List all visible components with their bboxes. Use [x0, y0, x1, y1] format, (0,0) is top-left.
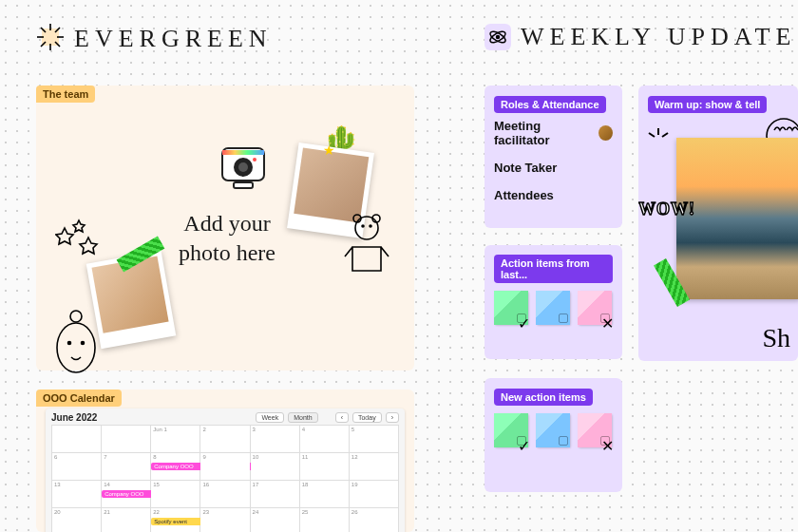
svg-point-19: [370, 225, 371, 227]
action-last-panel[interactable]: Action items from last... ✓ ✕: [484, 245, 622, 359]
svg-point-15: [355, 217, 378, 239]
svg-point-12: [238, 162, 248, 172]
sticky-note[interactable]: ✓: [494, 413, 528, 447]
sticky-row: ✓ ✕: [494, 413, 613, 447]
svg-line-29: [662, 133, 668, 137]
facilitator-row: Meeting facilitator: [494, 119, 613, 147]
ooo-tag: OOO Calendar: [36, 390, 122, 407]
view-week[interactable]: Week: [256, 412, 284, 423]
team-tag: The team: [36, 86, 95, 103]
cal-prev[interactable]: ‹: [335, 412, 349, 423]
view-month[interactable]: Month: [288, 412, 317, 423]
x-icon: ✕: [600, 314, 610, 323]
rays-doodle: [644, 124, 673, 156]
new-action-panel[interactable]: New action items ✓ ✕: [484, 378, 622, 492]
svg-line-28: [649, 133, 655, 137]
x-icon: ✕: [600, 436, 610, 446]
calendar-grid[interactable]: Jun 12345 678 Company OOO 9101112 1314 C…: [51, 425, 399, 532]
svg-rect-10: [222, 150, 264, 155]
sticky-note[interactable]: ✕: [578, 291, 612, 325]
sticky-note[interactable]: [536, 413, 570, 447]
weekly-title: WEEKLY UPDATE: [521, 23, 796, 51]
sparkle-icon: [36, 23, 65, 55]
avatar: [598, 125, 613, 141]
share-text: Sh: [762, 323, 790, 353]
check-icon: ✓: [517, 314, 526, 323]
svg-point-20: [57, 323, 95, 372]
svg-point-23: [82, 342, 85, 345]
svg-rect-14: [234, 182, 253, 188]
ooo-panel[interactable]: OOO Calendar June 2022 Week Month ‹ Toda…: [36, 390, 414, 532]
check-icon: ✓: [517, 436, 526, 446]
action-last-tag: Action items from last...: [494, 255, 613, 283]
add-photo-prompt: Add your photo here: [179, 209, 276, 268]
cal-next[interactable]: ›: [386, 412, 399, 423]
sticky-note[interactable]: [536, 291, 570, 325]
warmup-panel[interactable]: Warm up: show & tell WOW! Sh: [638, 86, 798, 361]
weekly-title-row: WEEKLY UPDATE: [484, 23, 796, 51]
warmup-tag: Warm up: show & tell: [648, 96, 767, 113]
roles-tag: Roles & Attendance: [494, 96, 606, 113]
svg-point-13: [253, 158, 256, 162]
bear-doodle: [333, 209, 400, 289]
note-taker-row: Note Taker: [494, 161, 613, 175]
calendar-widget[interactable]: June 2022 Week Month ‹ Today › Jun 12345…: [46, 408, 405, 532]
attendees-row: Attendees: [494, 188, 613, 202]
svg-point-22: [68, 342, 71, 345]
camera-icon: [217, 142, 270, 196]
svg-point-26: [497, 36, 500, 39]
roles-panel[interactable]: Roles & Attendance Meeting facilitator N…: [484, 86, 622, 228]
team-panel[interactable]: The team 🌵 Add your photo here ★: [36, 86, 414, 370]
calendar-month: June 2022: [51, 412, 97, 423]
face-doodle: [50, 305, 103, 380]
atom-icon: [484, 24, 511, 50]
svg-point-21: [70, 311, 82, 322]
sticky-row: ✓ ✕: [494, 291, 613, 325]
sticky-note[interactable]: ✓: [494, 291, 528, 325]
evergreen-title-row: EVERGREEN: [36, 23, 273, 55]
wow-sticker: WOW!: [638, 200, 695, 219]
sticky-note[interactable]: ✕: [578, 413, 612, 447]
new-action-tag: New action items: [494, 389, 593, 406]
cal-today[interactable]: Today: [352, 412, 382, 423]
evergreen-title: EVERGREEN: [74, 25, 273, 53]
star-doodle: [55, 218, 112, 270]
svg-point-18: [362, 225, 364, 227]
star-sticker: ★: [323, 142, 335, 158]
